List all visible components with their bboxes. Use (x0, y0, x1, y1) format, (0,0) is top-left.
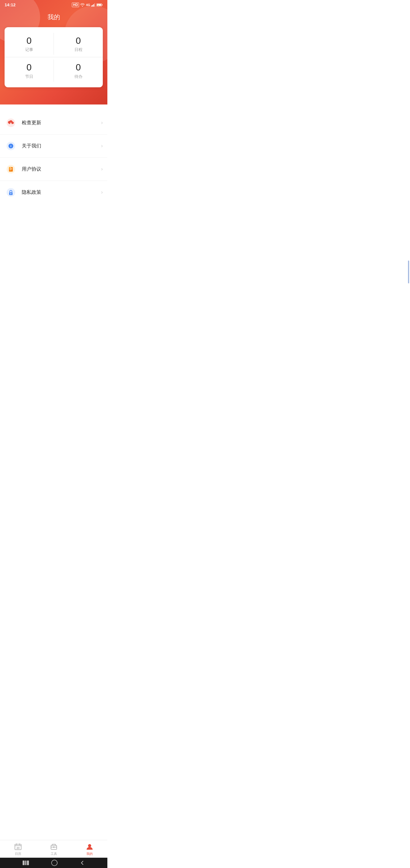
stats-row-top: 0 记事 0 日程 (5, 33, 103, 55)
content-section: 检查更新 › i 关于我们 › (0, 111, 107, 290)
todo-label: 待办 (54, 74, 103, 79)
agreement-icon (7, 165, 15, 174)
stats-notes[interactable]: 0 记事 (5, 33, 54, 55)
festival-label: 节日 (5, 74, 54, 79)
signal-bars-icon (91, 3, 95, 7)
hero-section: 14:12 HD 4G ⚡ (0, 0, 107, 104)
schedule-count: 0 (54, 35, 103, 46)
schedule-label: 日程 (54, 47, 103, 52)
user-agreement-arrow: › (101, 166, 103, 172)
privacy-icon (7, 188, 15, 197)
info-icon-wrapper: i (5, 140, 17, 152)
wifi-icon (80, 3, 85, 7)
notes-count: 0 (5, 35, 54, 46)
menu-item-about-us[interactable]: i 关于我们 › (0, 134, 107, 158)
stats-festival[interactable]: 0 节日 (5, 60, 54, 81)
festival-count: 0 (5, 62, 54, 73)
status-bar: 14:12 HD 4G ⚡ (0, 0, 107, 8)
user-agreement-label: 用户协议 (22, 166, 101, 172)
stats-divider (5, 57, 103, 57)
content-spacer (0, 204, 107, 290)
status-icons: HD 4G ⚡ (72, 3, 103, 7)
check-update-label: 检查更新 (22, 119, 101, 126)
menu-item-user-agreement[interactable]: 用户协议 › (0, 158, 107, 181)
svg-rect-2 (93, 4, 94, 7)
stats-schedule[interactable]: 0 日程 (54, 33, 103, 55)
status-time: 14:12 (5, 2, 15, 7)
privacy-policy-label: 隐私政策 (22, 189, 101, 195)
svg-rect-1 (93, 5, 93, 7)
todo-count: 0 (54, 62, 103, 73)
svg-rect-3 (94, 3, 95, 7)
agreement-icon-wrapper (5, 163, 17, 176)
about-us-label: 关于我们 (22, 143, 101, 149)
notes-label: 记事 (5, 47, 54, 52)
page-title: 我的 (0, 8, 107, 27)
menu-list: 检查更新 › i 关于我们 › (0, 111, 107, 204)
svg-rect-18 (10, 194, 11, 194)
svg-rect-14 (9, 167, 10, 168)
svg-text:⚡: ⚡ (98, 4, 100, 6)
stats-row-bottom: 0 节日 0 待办 (5, 60, 103, 81)
signal-4g: 4G (86, 3, 90, 7)
menu-item-check-update[interactable]: 检查更新 › (0, 111, 107, 134)
hd-badge: HD (72, 3, 79, 7)
svg-rect-0 (91, 5, 92, 7)
update-icon-wrapper (5, 117, 17, 129)
check-update-arrow: › (101, 120, 103, 126)
stats-card: 0 记事 0 日程 0 节日 0 待办 (5, 27, 103, 87)
svg-rect-5 (102, 4, 102, 5)
privacy-policy-arrow: › (101, 189, 103, 195)
info-icon: i (7, 142, 15, 150)
privacy-icon-wrapper (5, 186, 17, 199)
stats-todo[interactable]: 0 待办 (54, 60, 103, 81)
about-us-arrow: › (101, 143, 103, 149)
battery-icon: ⚡ (96, 3, 103, 7)
menu-item-privacy-policy[interactable]: 隐私政策 › (0, 181, 107, 204)
update-icon (7, 119, 15, 127)
svg-text:i: i (10, 144, 11, 148)
